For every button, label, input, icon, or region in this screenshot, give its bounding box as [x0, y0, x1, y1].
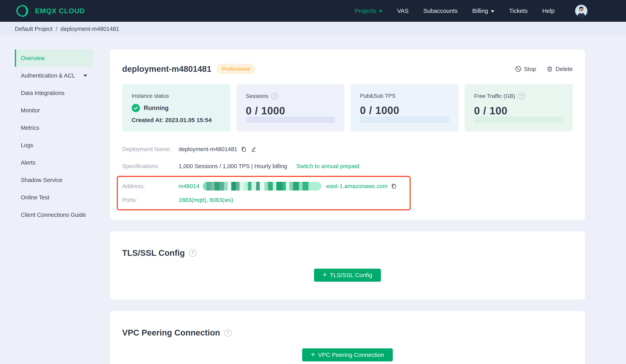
address-redaction: [203, 182, 321, 190]
address-label: Address:: [122, 183, 179, 189]
edit-icon[interactable]: [250, 146, 256, 152]
sidebar-item-online-test[interactable]: Online Test: [15, 189, 93, 206]
free-traffic-card: Free Traffic (GB) 0 / 100: [465, 84, 573, 132]
copy-icon[interactable]: [241, 146, 247, 152]
specifications-row: Specifications: 1,000 Sessions / 1,000 T…: [122, 158, 573, 175]
main-content: deployment-m4801481 Professional Stop: [110, 49, 585, 364]
address-prefix: m48014: [179, 183, 199, 189]
instance-status-card: Instance status Running Created At: 2023…: [122, 84, 231, 132]
add-vpc-peering-button[interactable]: VPC Peering Connection: [302, 348, 393, 362]
instance-status-value: Running: [144, 105, 169, 111]
free-traffic-label: Free Traffic (GB): [474, 93, 515, 99]
chevron-down-icon: [491, 10, 494, 12]
nav-item-help[interactable]: Help: [542, 7, 554, 14]
sidebar-item-overview[interactable]: Overview: [15, 49, 93, 67]
help-icon[interactable]: [189, 249, 196, 257]
address-suffix: -east-1.amazonaws.com: [325, 183, 388, 189]
sessions-card: Sessions 0 / 1000: [236, 84, 345, 132]
sidebar-item-client-connections-guide[interactable]: Client Connections Guide: [15, 206, 93, 223]
breadcrumb-current: deployment-m4801481: [60, 26, 119, 32]
copy-icon[interactable]: [391, 183, 397, 189]
brand-name: EMQX CLOUD: [35, 7, 85, 15]
sidebar-item-shadow-service[interactable]: Shadow Service: [15, 171, 93, 189]
sessions-value: 0 / 1000: [246, 105, 335, 117]
delete-button[interactable]: Delete: [547, 66, 573, 73]
specifications-label: Specifications:: [122, 163, 179, 170]
pubsub-tps-card: Pub&Sub TPS 0 / 1000: [351, 84, 459, 132]
pubsub-tps-value: 0 / 1000: [360, 104, 449, 116]
nav-item-vas[interactable]: VAS: [397, 7, 409, 14]
sidebar-item-alerts[interactable]: Alerts: [15, 154, 93, 171]
stop-icon: [515, 66, 521, 72]
stop-button[interactable]: Stop: [515, 66, 536, 73]
address-row: Address: m48014 -east-1.amazonaws.com: [122, 179, 410, 193]
plan-badge: Professional: [217, 64, 256, 74]
deployment-name-row: Deployment Name: deployment-m4801481: [122, 141, 573, 158]
nav-menu: Projects VAS Subaccounts Billing Tickets…: [355, 5, 587, 17]
created-at: Created At: 2023.01.05 15:54: [132, 117, 221, 123]
plus-icon: [323, 271, 327, 278]
free-traffic-value: 0 / 100: [474, 105, 563, 117]
brand-logo[interactable]: EMQX CLOUD: [15, 5, 85, 17]
nav-item-billing[interactable]: Billing: [472, 7, 494, 14]
ports-row: Ports: 1883(mqtt), 8083(ws): [122, 193, 410, 207]
deployment-title: deployment-m4801481: [122, 64, 211, 74]
running-check-icon: [132, 104, 140, 112]
avatar-illustration: [575, 5, 587, 17]
breadcrumb-separator: /: [56, 26, 57, 32]
deployment-name-label: Deployment Name:: [122, 146, 179, 152]
breadcrumb-project[interactable]: Default Project: [15, 26, 52, 32]
sessions-progress-bar: [246, 117, 335, 123]
help-icon[interactable]: [224, 329, 232, 336]
sidebar-item-data-integrations[interactable]: Data Integrations: [15, 84, 93, 102]
breadcrumb: Default Project / deployment-m4801481: [0, 22, 626, 36]
tls-ssl-title: TLS/SSL Config: [122, 248, 185, 258]
sidebar-item-authentication-acl[interactable]: Authentication & ACL: [15, 67, 93, 84]
emqx-logo-icon: [15, 5, 30, 17]
specifications-value: 1,000 Sessions / 1,000 TPS | Hourly bill…: [179, 163, 287, 170]
deployment-name-value: deployment-m4801481: [179, 146, 237, 152]
user-avatar[interactable]: [575, 5, 587, 17]
top-navbar: EMQX CLOUD Projects VAS Subaccounts Bill…: [0, 0, 626, 22]
plus-icon: [311, 351, 315, 358]
switch-annual-prepaid-link[interactable]: Switch to annual prepaid: [296, 163, 359, 170]
sidebar-item-monitor[interactable]: Monitor: [15, 102, 93, 119]
free-traffic-progress-bar: [474, 117, 563, 123]
help-icon[interactable]: [271, 93, 278, 100]
sidebar-item-metrics[interactable]: Metrics: [15, 119, 93, 137]
trash-icon: [547, 66, 553, 72]
nav-item-tickets[interactable]: Tickets: [509, 7, 528, 14]
vpc-peering-section: VPC Peering Connection VPC Peering Conne…: [110, 311, 585, 364]
chevron-down-icon: [379, 10, 383, 12]
sessions-label: Sessions: [246, 93, 269, 99]
pubsub-tps-progress-bar: [360, 116, 449, 123]
sidebar-item-logs[interactable]: Logs: [15, 137, 93, 154]
ports-label: Ports:: [122, 197, 179, 203]
vpc-peering-title: VPC Peering Connection: [122, 328, 220, 337]
nav-item-subaccounts[interactable]: Subaccounts: [423, 7, 458, 14]
deployment-overview-card: deployment-m4801481 Professional Stop: [110, 49, 585, 220]
instance-status-label: Instance status: [132, 93, 169, 99]
add-tls-ssl-config-button[interactable]: TLS/SSL Config: [314, 269, 381, 282]
address-annotation-box: Address: m48014 -east-1.amazonaws.com: [117, 176, 411, 210]
ports-value: 1883(mqtt), 8083(ws): [179, 197, 233, 203]
emqx-cloud-screen: EMQX CLOUD Projects VAS Subaccounts Bill…: [0, 0, 626, 364]
pubsub-tps-label: Pub&Sub TPS: [360, 93, 395, 99]
tls-ssl-section: TLS/SSL Config TLS/SSL Config: [110, 231, 585, 299]
help-icon[interactable]: [518, 93, 525, 100]
chevron-down-icon: [83, 74, 87, 77]
sidebar: Overview Authentication & ACL Data Integ…: [15, 49, 93, 223]
nav-item-projects[interactable]: Projects: [355, 7, 383, 14]
